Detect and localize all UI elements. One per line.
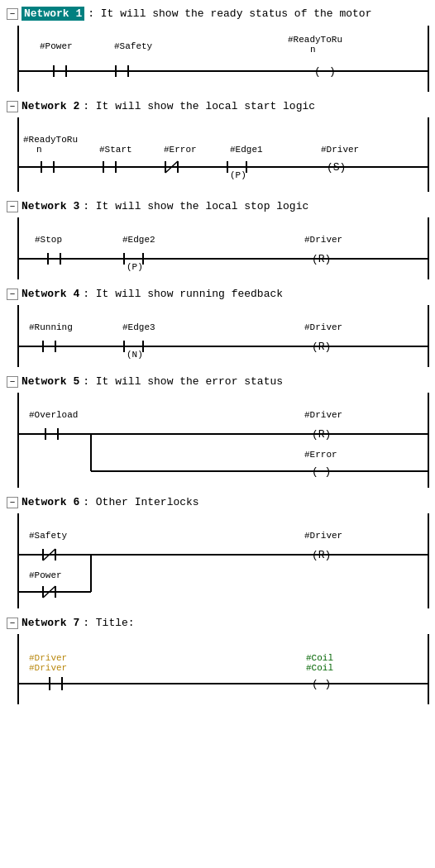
svg-text:(R): (R) <box>312 428 331 441</box>
network-2-label: Network 2 <box>22 100 79 112</box>
svg-text:( ): ( ) <box>312 678 331 690</box>
network-3-header: − Network 3 : It will show the local sto… <box>7 200 428 212</box>
svg-text:#Power: #Power <box>29 570 62 580</box>
svg-text:#Edge1: #Edge1 <box>230 145 263 155</box>
network-6-diagram: #Safety #Driver (R) #Power <box>17 513 430 608</box>
network-1-diagram: #Power #Safety #ReadyToRu n ( ) <box>17 26 430 92</box>
network-7-collapse[interactable]: − <box>7 618 18 629</box>
network-4-header: − Network 4 : It will show running feedb… <box>7 288 428 300</box>
svg-text:#Driver: #Driver <box>304 235 342 245</box>
svg-text:#Error: #Error <box>164 145 197 155</box>
network-1-desc: : It will show the ready status of the m… <box>88 7 371 20</box>
svg-text:#Safety: #Safety <box>114 41 153 51</box>
network-3: − Network 3 : It will show the local sto… <box>0 200 435 279</box>
network-6: − Network 6 : Other Interlocks #Safety #… <box>0 496 435 608</box>
svg-text:#Coil: #Coil <box>306 663 333 673</box>
network-3-label: Network 3 <box>22 200 79 212</box>
network-7-header: − Network 7 : Title: <box>7 617 428 629</box>
svg-text:( ): ( ) <box>312 465 331 478</box>
svg-text:): ) <box>329 65 336 78</box>
network-1-collapse[interactable]: − <box>7 8 18 20</box>
svg-text:#Running: #Running <box>29 322 73 332</box>
network-7-label: Network 7 <box>22 617 79 629</box>
svg-text:#Driver: #Driver <box>304 322 342 332</box>
network-4: − Network 4 : It will show running feedb… <box>0 288 435 367</box>
svg-text:#Driver: #Driver <box>304 531 342 541</box>
network-5-desc: : It will show the error status <box>83 375 283 388</box>
network-1-header: − Network 1 : It will show the ready sta… <box>7 7 428 21</box>
network-5-diagram: #Overload #Driver (R) #Error ( ) <box>17 393 430 488</box>
svg-text:n: n <box>310 45 316 55</box>
svg-text:#Start: #Start <box>99 145 132 155</box>
network-3-desc: : It will show the local stop logic <box>83 200 308 212</box>
svg-text:#Error: #Error <box>304 450 337 460</box>
svg-text:(S): (S) <box>327 161 346 174</box>
svg-text:#Driver: #Driver <box>321 145 359 155</box>
network-1: − Network 1 : It will show the ready sta… <box>0 7 435 92</box>
network-1-label: Network 1 <box>22 7 84 21</box>
svg-text:#Edge2: #Edge2 <box>122 235 155 245</box>
svg-text:#Coil: #Coil <box>306 653 333 663</box>
network-3-collapse[interactable]: − <box>7 201 18 212</box>
svg-text:#Overload: #Overload <box>29 410 78 420</box>
svg-text:#Stop: #Stop <box>35 235 62 245</box>
network-5-collapse[interactable]: − <box>7 376 18 388</box>
network-4-collapse[interactable]: − <box>7 289 18 300</box>
svg-text:n: n <box>36 145 42 155</box>
network-4-diagram: #Running #Edge3 (N) #Driver (R) <box>17 305 430 367</box>
svg-text:#Driver: #Driver <box>29 653 67 663</box>
svg-text:#ReadyToRu: #ReadyToRu <box>23 135 78 145</box>
network-2-diagram: #ReadyToRu n #Start #Error #Edge1 (P) #D… <box>17 117 430 192</box>
svg-text:#Safety: #Safety <box>29 531 68 541</box>
network-4-label: Network 4 <box>22 288 79 300</box>
network-7-diagram: #Driver #Driver #Coil #Coil ( ) <box>17 634 430 704</box>
network-7-desc: : Title: <box>83 617 134 629</box>
network-2-header: − Network 2 : It will show the local sta… <box>7 100 428 112</box>
network-5: − Network 5 : It will show the error sta… <box>0 375 435 488</box>
network-4-desc: : It will show running feedback <box>83 288 283 300</box>
svg-text:(R): (R) <box>312 341 331 353</box>
network-6-header: − Network 6 : Other Interlocks <box>7 496 428 508</box>
network-6-collapse[interactable]: − <box>7 497 18 508</box>
network-2-desc: : It will show the local start logic <box>83 100 315 112</box>
svg-text:(P): (P) <box>230 170 246 180</box>
svg-text:(N): (N) <box>127 350 143 360</box>
svg-text:#Driver: #Driver <box>304 410 342 420</box>
network-5-label: Network 5 <box>22 375 79 388</box>
svg-text:(: ( <box>314 65 321 78</box>
svg-text:(P): (P) <box>127 262 143 272</box>
svg-text:#Driver: #Driver <box>29 663 67 673</box>
svg-text:(R): (R) <box>312 549 331 561</box>
svg-text:#ReadyToRu: #ReadyToRu <box>288 35 342 45</box>
network-2: − Network 2 : It will show the local sta… <box>0 100 435 192</box>
network-6-label: Network 6 <box>22 496 79 508</box>
svg-text:#Edge3: #Edge3 <box>122 322 155 332</box>
network-2-collapse[interactable]: − <box>7 101 18 112</box>
svg-text:(R): (R) <box>312 253 331 265</box>
network-5-header: − Network 5 : It will show the error sta… <box>7 375 428 388</box>
network-6-desc: : Other Interlocks <box>83 496 198 508</box>
network-7: − Network 7 : Title: #Driver #Driver #Co… <box>0 617 435 704</box>
network-3-diagram: #Stop #Edge2 (P) #Driver (R) <box>17 217 430 279</box>
svg-text:#Power: #Power <box>40 41 73 51</box>
